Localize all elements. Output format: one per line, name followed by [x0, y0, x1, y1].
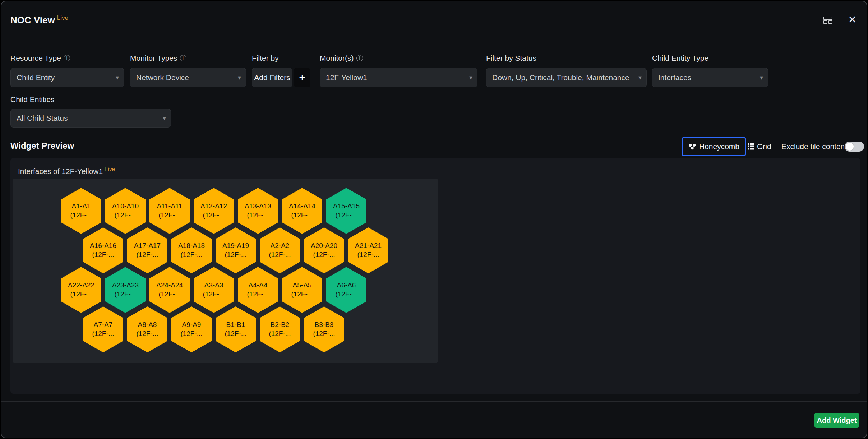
close-icon[interactable]: ✕: [848, 13, 857, 26]
hex-tile-sub: (12F-...: [357, 250, 379, 259]
hex-tile[interactable]: A20-A20(12F-...: [304, 227, 344, 273]
hex-tile-sub: (12F-...: [92, 329, 114, 338]
resource-type-value: Child Entity: [17, 73, 55, 82]
info-icon[interactable]: i: [180, 55, 186, 61]
hex-tile-name: A15-A15: [333, 202, 360, 211]
hex-tile[interactable]: A7-A7(12F-...: [83, 306, 123, 352]
hex-tile-sub: (12F-...: [114, 290, 136, 299]
hex-tile-name: A11-A11: [157, 202, 182, 211]
hex-tile-name: A24-A24: [156, 281, 183, 290]
honeycomb-button-label: Honeycomb: [699, 142, 739, 151]
hex-tile[interactable]: A16-A16(12F-...: [83, 227, 123, 273]
hex-tile-name: B3-B3: [315, 320, 334, 329]
hex-tile-sub: (12F-...: [335, 211, 357, 220]
hex-tile[interactable]: B3-B3(12F-...: [304, 306, 344, 352]
hex-tile-name: A14-A14: [289, 202, 315, 211]
hex-tile-sub: (12F-...: [70, 211, 92, 220]
filter-by-label: Filter by: [252, 54, 279, 63]
resource-type-select[interactable]: Child Entity ▾: [10, 68, 124, 87]
hex-tile-name: A16-A16: [90, 241, 116, 250]
hex-tile-name: A20-A20: [311, 241, 337, 250]
grid-view-button[interactable]: Grid: [748, 137, 771, 156]
hex-tile[interactable]: A8-A8(12F-...: [127, 306, 167, 352]
hex-tile[interactable]: A17-A17(12F-...: [127, 227, 167, 273]
add-filters-button[interactable]: Add Filters: [252, 68, 292, 87]
noc-view-dialog: NOC ViewLive ✕ Resource Type i Monitor T…: [1, 1, 867, 438]
monitors-label: Monitor(s) i: [320, 54, 363, 63]
hex-tile[interactable]: A22-A22(12F-...: [61, 267, 101, 313]
chevron-down-icon: ▾: [116, 74, 119, 82]
hex-tile[interactable]: A21-A21(12F-...: [348, 227, 388, 273]
hex-tile-sub: (12F-...: [180, 329, 202, 338]
hex-tile[interactable]: A2-A2(12F-...: [260, 227, 300, 273]
hex-tile-name: A4-A4: [249, 281, 268, 290]
hex-tile-sub: (12F-...: [313, 250, 335, 259]
page-title-text: NOC View: [10, 15, 55, 26]
monitor-types-select[interactable]: Network Device ▾: [130, 68, 246, 87]
hex-tile[interactable]: A11-A11(12F-...: [149, 188, 190, 234]
add-filter-plus-button[interactable]: +: [294, 68, 310, 87]
filter-by-status-select[interactable]: Down, Up, Critical, Trouble, Maintenance…: [486, 68, 647, 87]
resource-type-label: Resource Type i: [10, 54, 70, 63]
monitors-value: 12F-Yellow1: [326, 73, 367, 82]
hex-tile-sub: (12F-...: [225, 329, 246, 338]
hex-tile-name: A6-A6: [337, 281, 356, 290]
hex-tile-name: A19-A19: [222, 241, 249, 250]
hex-tile[interactable]: A23-A23(12F-...: [105, 267, 146, 313]
grid-button-label: Grid: [757, 142, 771, 151]
chevron-down-icon: ▾: [760, 74, 763, 82]
child-entities-select[interactable]: All Child Status ▾: [10, 109, 171, 128]
exclude-tile-content-toggle[interactable]: [845, 142, 864, 152]
hex-tile[interactable]: A3-A3(12F-...: [194, 267, 234, 313]
hex-tile[interactable]: A1-A1(12F-...: [61, 188, 101, 234]
hex-tile-name: A13-A13: [245, 202, 271, 211]
hex-tile-sub: (12F-...: [158, 290, 180, 299]
hex-tile-sub: (12F-...: [158, 211, 180, 220]
plus-icon: +: [299, 71, 305, 84]
hex-tile-name: B2-B2: [271, 320, 290, 329]
hex-tile-name: A8-A8: [138, 320, 157, 329]
widget-title: Interfaces of 12F-Yellow1Live: [18, 166, 115, 176]
chevron-down-icon: ▾: [238, 74, 241, 82]
hex-tile[interactable]: B2-B2(12F-...: [260, 306, 300, 352]
hex-tile[interactable]: A15-A15(12F-...: [326, 188, 366, 234]
child-entities-value: All Child Status: [17, 114, 68, 123]
hex-tile-sub: (12F-...: [247, 290, 269, 299]
hex-tile[interactable]: A10-A10(12F-...: [105, 188, 146, 234]
filter-by-status-label: Filter by Status: [486, 54, 536, 63]
hex-tile[interactable]: B1-B1(12F-...: [216, 306, 256, 352]
hex-tile[interactable]: A9-A9(12F-...: [171, 306, 212, 352]
add-widget-button[interactable]: Add Widget: [814, 413, 859, 428]
hex-tile-sub: (12F-...: [247, 211, 269, 220]
honeycomb-view-button[interactable]: Honeycomb: [682, 137, 746, 156]
hex-tile-sub: (12F-...: [114, 211, 136, 220]
monitors-select[interactable]: 12F-Yellow1 ▾: [320, 68, 477, 87]
hex-tile[interactable]: A18-A18(12F-...: [171, 227, 212, 273]
widget-preview-heading: Widget Preview: [10, 141, 74, 151]
widget-preview-panel: Interfaces of 12F-Yellow1Live A1-A1(12F-…: [10, 158, 860, 394]
hex-tile[interactable]: A14-A14(12F-...: [282, 188, 322, 234]
chevron-down-icon: ▾: [469, 74, 472, 82]
hex-tile-sub: (12F-...: [203, 290, 225, 299]
hex-tile-sub: (12F-...: [92, 250, 114, 259]
hex-tile[interactable]: A13-A13(12F-...: [238, 188, 278, 234]
info-icon[interactable]: i: [64, 55, 70, 61]
hex-tile[interactable]: A5-A5(12F-...: [282, 267, 322, 313]
header-divider: [1, 39, 867, 39]
child-entity-type-value: Interfaces: [658, 73, 691, 82]
hex-tile[interactable]: A12-A12(12F-...: [194, 188, 234, 234]
hex-tile[interactable]: A4-A4(12F-...: [238, 267, 278, 313]
hex-tile-sub: (12F-...: [136, 329, 158, 338]
child-entity-type-select[interactable]: Interfaces ▾: [652, 68, 768, 87]
hex-tile-sub: (12F-...: [313, 329, 335, 338]
hex-tile-sub: (12F-...: [203, 211, 225, 220]
hex-tile[interactable]: A24-A24(12F-...: [149, 267, 190, 313]
info-icon[interactable]: i: [356, 55, 363, 61]
hex-tile-sub: (12F-...: [291, 211, 313, 220]
hex-tile-sub: (12F-...: [225, 250, 246, 259]
hex-tile-sub: (12F-...: [180, 250, 202, 259]
hex-tile[interactable]: A19-A19(12F-...: [216, 227, 256, 273]
hex-tile[interactable]: A6-A6(12F-...: [326, 267, 366, 313]
layout-icon[interactable]: [823, 16, 833, 26]
live-badge: Live: [57, 14, 68, 21]
